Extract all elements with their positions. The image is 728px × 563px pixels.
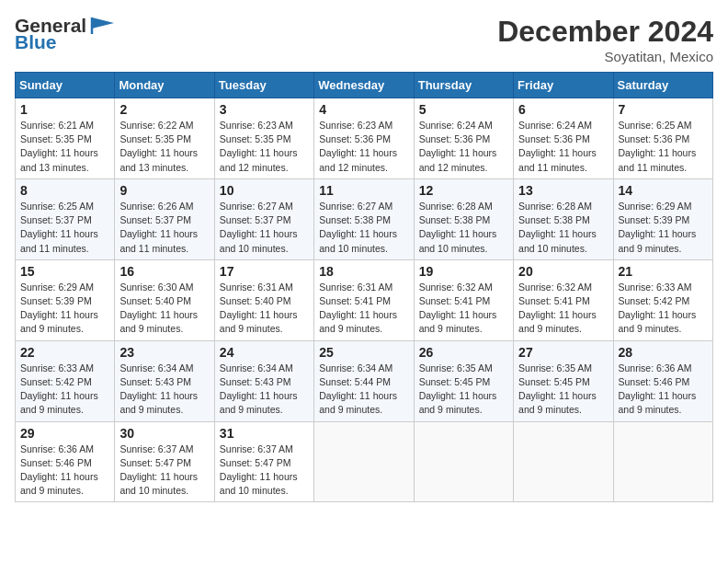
day-info: Sunrise: 6:34 AM Sunset: 5:43 PM Dayligh… xyxy=(220,362,309,418)
calendar-cell: 11Sunrise: 6:27 AM Sunset: 5:38 PM Dayli… xyxy=(314,178,414,259)
day-number: 5 xyxy=(419,102,508,117)
day-number: 15 xyxy=(20,264,109,279)
title-block: December 2024 Soyatitan, Mexico xyxy=(497,15,713,64)
calendar-cell: 16Sunrise: 6:30 AM Sunset: 5:40 PM Dayli… xyxy=(115,259,214,340)
calendar-cell: 31Sunrise: 6:37 AM Sunset: 5:47 PM Dayli… xyxy=(214,421,313,502)
calendar-cell: 21Sunrise: 6:33 AM Sunset: 5:42 PM Dayli… xyxy=(613,259,712,340)
day-number: 1 xyxy=(20,102,109,117)
day-info: Sunrise: 6:35 AM Sunset: 5:45 PM Dayligh… xyxy=(419,362,508,418)
calendar-cell: 6Sunrise: 6:24 AM Sunset: 5:36 PM Daylig… xyxy=(514,98,613,179)
day-number: 22 xyxy=(20,345,109,360)
day-info: Sunrise: 6:31 AM Sunset: 5:40 PM Dayligh… xyxy=(220,281,309,337)
day-number: 9 xyxy=(119,183,209,198)
calendar-cell: 23Sunrise: 6:34 AM Sunset: 5:43 PM Dayli… xyxy=(115,340,214,421)
day-info: Sunrise: 6:35 AM Sunset: 5:45 PM Dayligh… xyxy=(518,362,608,418)
day-number: 8 xyxy=(20,183,109,198)
day-number: 13 xyxy=(518,183,608,198)
day-info: Sunrise: 6:32 AM Sunset: 5:41 PM Dayligh… xyxy=(419,281,508,337)
logo-flag-icon xyxy=(88,16,118,36)
calendar-cell: 9Sunrise: 6:26 AM Sunset: 5:37 PM Daylig… xyxy=(115,178,214,259)
day-info: Sunrise: 6:23 AM Sunset: 5:35 PM Dayligh… xyxy=(220,119,309,175)
calendar-week-5: 29Sunrise: 6:36 AM Sunset: 5:46 PM Dayli… xyxy=(16,421,713,502)
calendar-cell: 22Sunrise: 6:33 AM Sunset: 5:42 PM Dayli… xyxy=(16,340,115,421)
calendar-cell: 20Sunrise: 6:32 AM Sunset: 5:41 PM Dayli… xyxy=(514,259,613,340)
day-info: Sunrise: 6:34 AM Sunset: 5:43 PM Dayligh… xyxy=(119,362,209,418)
day-number: 19 xyxy=(419,264,508,279)
weekday-header-sunday: Sunday xyxy=(16,73,115,98)
calendar-cell: 7Sunrise: 6:25 AM Sunset: 5:36 PM Daylig… xyxy=(613,98,712,179)
svg-marker-0 xyxy=(92,17,114,29)
weekday-header-saturday: Saturday xyxy=(613,73,712,98)
day-number: 29 xyxy=(20,426,109,441)
weekday-header-friday: Friday xyxy=(514,73,613,98)
day-info: Sunrise: 6:34 AM Sunset: 5:44 PM Dayligh… xyxy=(319,362,408,418)
calendar-cell: 3Sunrise: 6:23 AM Sunset: 5:35 PM Daylig… xyxy=(214,98,313,179)
day-info: Sunrise: 6:24 AM Sunset: 5:36 PM Dayligh… xyxy=(518,119,608,175)
calendar-week-2: 8Sunrise: 6:25 AM Sunset: 5:37 PM Daylig… xyxy=(16,178,713,259)
day-info: Sunrise: 6:28 AM Sunset: 5:38 PM Dayligh… xyxy=(419,200,508,256)
day-info: Sunrise: 6:25 AM Sunset: 5:36 PM Dayligh… xyxy=(619,119,708,175)
day-number: 16 xyxy=(119,264,209,279)
location-title: Soyatitan, Mexico xyxy=(497,49,713,64)
calendar-week-3: 15Sunrise: 6:29 AM Sunset: 5:39 PM Dayli… xyxy=(16,259,713,340)
day-number: 23 xyxy=(119,345,209,360)
day-number: 20 xyxy=(518,264,608,279)
calendar-cell: 4Sunrise: 6:23 AM Sunset: 5:36 PM Daylig… xyxy=(314,98,414,179)
page-header: General Blue December 2024 Soyatitan, Me… xyxy=(15,15,713,64)
calendar-cell: 14Sunrise: 6:29 AM Sunset: 5:39 PM Dayli… xyxy=(613,178,712,259)
day-number: 27 xyxy=(518,345,608,360)
day-number: 11 xyxy=(319,183,408,198)
weekday-header-thursday: Thursday xyxy=(414,73,513,98)
month-title: December 2024 xyxy=(497,15,713,49)
calendar-week-1: 1Sunrise: 6:21 AM Sunset: 5:35 PM Daylig… xyxy=(16,98,713,179)
day-info: Sunrise: 6:30 AM Sunset: 5:40 PM Dayligh… xyxy=(119,281,209,337)
day-info: Sunrise: 6:21 AM Sunset: 5:35 PM Dayligh… xyxy=(20,119,109,175)
calendar-cell: 2Sunrise: 6:22 AM Sunset: 5:35 PM Daylig… xyxy=(115,98,214,179)
calendar-week-4: 22Sunrise: 6:33 AM Sunset: 5:42 PM Dayli… xyxy=(16,340,713,421)
day-info: Sunrise: 6:29 AM Sunset: 5:39 PM Dayligh… xyxy=(20,281,109,337)
calendar-table: SundayMondayTuesdayWednesdayThursdayFrid… xyxy=(15,72,713,502)
day-number: 25 xyxy=(319,345,408,360)
day-number: 10 xyxy=(220,183,309,198)
calendar-header-row: SundayMondayTuesdayWednesdayThursdayFrid… xyxy=(16,73,713,98)
logo: General Blue xyxy=(15,15,118,53)
calendar-cell xyxy=(314,421,414,502)
calendar-cell: 26Sunrise: 6:35 AM Sunset: 5:45 PM Dayli… xyxy=(414,340,513,421)
day-number: 17 xyxy=(220,264,309,279)
day-info: Sunrise: 6:27 AM Sunset: 5:37 PM Dayligh… xyxy=(220,200,309,256)
calendar-cell: 27Sunrise: 6:35 AM Sunset: 5:45 PM Dayli… xyxy=(514,340,613,421)
weekday-header-tuesday: Tuesday xyxy=(214,73,313,98)
day-number: 26 xyxy=(419,345,508,360)
calendar-cell: 5Sunrise: 6:24 AM Sunset: 5:36 PM Daylig… xyxy=(414,98,513,179)
day-info: Sunrise: 6:33 AM Sunset: 5:42 PM Dayligh… xyxy=(619,281,708,337)
day-info: Sunrise: 6:37 AM Sunset: 5:47 PM Dayligh… xyxy=(220,442,309,499)
day-number: 28 xyxy=(619,345,708,360)
logo-blue: Blue xyxy=(15,31,57,53)
day-info: Sunrise: 6:23 AM Sunset: 5:36 PM Dayligh… xyxy=(319,119,408,175)
calendar-cell: 1Sunrise: 6:21 AM Sunset: 5:35 PM Daylig… xyxy=(16,98,115,179)
day-info: Sunrise: 6:27 AM Sunset: 5:38 PM Dayligh… xyxy=(319,200,408,256)
calendar-cell: 19Sunrise: 6:32 AM Sunset: 5:41 PM Dayli… xyxy=(414,259,513,340)
calendar-cell: 13Sunrise: 6:28 AM Sunset: 5:38 PM Dayli… xyxy=(514,178,613,259)
day-info: Sunrise: 6:26 AM Sunset: 5:37 PM Dayligh… xyxy=(119,200,209,256)
day-number: 7 xyxy=(619,102,708,117)
day-info: Sunrise: 6:22 AM Sunset: 5:35 PM Dayligh… xyxy=(119,119,209,175)
day-number: 31 xyxy=(220,426,309,441)
calendar-cell: 30Sunrise: 6:37 AM Sunset: 5:47 PM Dayli… xyxy=(115,421,214,502)
day-info: Sunrise: 6:32 AM Sunset: 5:41 PM Dayligh… xyxy=(518,281,608,337)
calendar-cell: 29Sunrise: 6:36 AM Sunset: 5:46 PM Dayli… xyxy=(16,421,115,502)
calendar-cell: 12Sunrise: 6:28 AM Sunset: 5:38 PM Dayli… xyxy=(414,178,513,259)
day-number: 24 xyxy=(220,345,309,360)
day-info: Sunrise: 6:31 AM Sunset: 5:41 PM Dayligh… xyxy=(319,281,408,337)
day-number: 14 xyxy=(619,183,708,198)
calendar-cell: 18Sunrise: 6:31 AM Sunset: 5:41 PM Dayli… xyxy=(314,259,414,340)
weekday-header-wednesday: Wednesday xyxy=(314,73,414,98)
day-number: 21 xyxy=(619,264,708,279)
day-number: 18 xyxy=(319,264,408,279)
day-number: 3 xyxy=(220,102,309,117)
calendar-cell: 25Sunrise: 6:34 AM Sunset: 5:44 PM Dayli… xyxy=(314,340,414,421)
day-number: 4 xyxy=(319,102,408,117)
calendar-cell: 10Sunrise: 6:27 AM Sunset: 5:37 PM Dayli… xyxy=(214,178,313,259)
calendar-cell xyxy=(613,421,712,502)
calendar-cell: 17Sunrise: 6:31 AM Sunset: 5:40 PM Dayli… xyxy=(214,259,313,340)
